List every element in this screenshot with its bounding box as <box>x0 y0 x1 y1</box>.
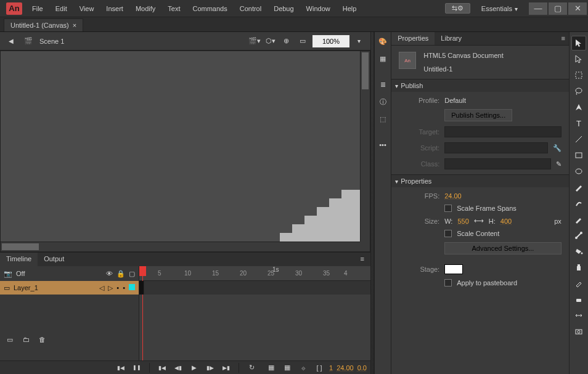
sync-button[interactable]: ⇆⚙ <box>445 3 470 14</box>
section-properties-header[interactable]: Properties <box>391 175 569 187</box>
fps-display[interactable]: 24.00 <box>337 364 354 372</box>
pause-button[interactable] <box>131 362 143 374</box>
eraser-tool[interactable] <box>571 292 586 307</box>
eyedropper-tool[interactable] <box>571 276 586 291</box>
width-input[interactable]: 550 <box>457 217 468 225</box>
stage-color-swatch[interactable] <box>444 264 463 274</box>
step-back-button[interactable] <box>172 362 184 374</box>
width-tool[interactable] <box>571 308 586 323</box>
zoom-dropdown[interactable] <box>353 35 365 47</box>
layer-color-swatch[interactable] <box>129 284 135 290</box>
new-layer-button[interactable]: ▭ <box>4 333 16 346</box>
first-frame-button[interactable] <box>156 362 168 374</box>
menu-file[interactable]: File <box>26 1 49 16</box>
lock-icon[interactable]: 🔒 <box>116 270 125 278</box>
maximize-button[interactable]: ▢ <box>549 2 567 15</box>
edit-scene-icon[interactable]: 🎬▾ <box>248 35 261 47</box>
clapper-icon[interactable]: 🎬 <box>22 35 35 47</box>
keyframe[interactable] <box>139 281 144 295</box>
ink-bottle-tool[interactable] <box>571 260 586 275</box>
back-button[interactable] <box>5 35 17 47</box>
play-button[interactable] <box>188 362 200 374</box>
align-panel-icon[interactable]: ≣ <box>376 78 390 91</box>
current-frame[interactable]: 1 <box>329 364 333 372</box>
color-panel-icon[interactable]: 🎨 <box>376 35 390 48</box>
next-icon[interactable]: ▷ <box>108 284 113 292</box>
document-tab[interactable]: Untitled-1 (Canvas) × <box>4 18 83 31</box>
tab-output[interactable]: Output <box>38 253 70 266</box>
onion-button[interactable]: ▦ <box>265 362 277 374</box>
workspace-switcher[interactable]: Essentials <box>476 4 523 14</box>
symbol-icon[interactable]: ⬡▾ <box>264 35 277 47</box>
clip-icon[interactable]: ▭ <box>296 35 309 47</box>
info-panel-icon[interactable]: ⓘ <box>376 95 390 108</box>
camera-icon[interactable]: 📷 <box>4 270 12 278</box>
text-tool[interactable]: T <box>571 116 586 131</box>
fps-input[interactable]: 24.00 <box>444 192 462 200</box>
camera-tool[interactable] <box>571 324 586 339</box>
tab-properties[interactable]: Properties <box>391 32 435 45</box>
edit-frames-button[interactable]: ⟐ <box>297 362 309 374</box>
stage-area[interactable] <box>0 51 370 252</box>
menu-modify[interactable]: Modify <box>129 1 161 16</box>
publish-settings-button[interactable]: Publish Settings... <box>444 109 512 121</box>
selection-tool[interactable] <box>571 36 586 51</box>
pen-tool[interactable] <box>571 100 586 115</box>
delete-layer-button[interactable]: 🗑 <box>36 333 48 346</box>
scrollbar-horizontal[interactable] <box>1 242 360 251</box>
paint-brush-tool[interactable] <box>571 212 586 227</box>
advanced-settings-button[interactable]: Advanced Settings... <box>444 242 561 254</box>
frames-area[interactable]: 1s 1 5 10 15 20 25 30 35 4 <box>139 266 370 360</box>
swatches-panel-icon[interactable]: ▦ <box>376 52 390 65</box>
playhead[interactable] <box>142 266 143 360</box>
bucket-tool[interactable] <box>571 244 586 259</box>
bone-tool[interactable] <box>571 228 586 243</box>
layer-name[interactable]: Layer_1 <box>14 284 38 291</box>
menu-view[interactable]: View <box>73 1 100 16</box>
panel-menu-icon[interactable]: ≡ <box>557 32 568 45</box>
line-tool[interactable] <box>571 132 586 147</box>
menu-help[interactable]: Help <box>337 1 363 16</box>
scrollbar-vertical[interactable] <box>360 51 370 242</box>
apply-pasteboard-checkbox[interactable] <box>444 279 452 287</box>
pencil-icon[interactable]: ✎ <box>556 160 561 168</box>
playhead-cap[interactable] <box>139 266 146 276</box>
section-publish-header[interactable]: Publish <box>391 79 569 92</box>
frame-ruler[interactable]: 1s 1 5 10 15 20 25 30 35 4 <box>139 266 370 281</box>
goto-start-button[interactable] <box>115 362 127 374</box>
minimize-button[interactable]: — <box>529 2 547 15</box>
close-button[interactable]: ✕ <box>568 2 587 15</box>
frame-grid[interactable] <box>139 281 370 295</box>
pencil-tool[interactable] <box>571 180 586 195</box>
menu-control[interactable]: Control <box>234 1 267 16</box>
menu-insert[interactable]: Insert <box>100 1 129 16</box>
menu-text[interactable]: Text <box>161 1 186 16</box>
marker-button[interactable]: [ ] <box>313 362 325 374</box>
scrollbar-thumb[interactable] <box>362 52 369 89</box>
scale-spans-checkbox[interactable] <box>444 205 452 212</box>
scene-label[interactable]: Scene 1 <box>39 38 64 45</box>
menu-commands[interactable]: Commands <box>186 1 233 16</box>
oval-tool[interactable] <box>571 164 586 179</box>
free-transform-tool[interactable] <box>571 68 586 83</box>
tab-timeline[interactable]: Timeline <box>0 253 38 266</box>
menu-window[interactable]: Window <box>300 1 337 16</box>
step-forward-button[interactable] <box>204 362 216 374</box>
new-folder-button[interactable]: 🗀 <box>20 333 32 346</box>
loop-button[interactable]: ↻ <box>245 362 258 374</box>
lasso-tool[interactable] <box>571 84 586 99</box>
menu-edit[interactable]: Edit <box>49 1 73 16</box>
layer-lock-dot[interactable]: • <box>123 284 125 292</box>
close-icon[interactable]: × <box>73 22 76 29</box>
panel-menu-icon[interactable]: ≡ <box>354 253 370 266</box>
last-frame-button[interactable] <box>220 362 232 374</box>
outline-icon[interactable]: ▢ <box>129 270 135 278</box>
link-icon[interactable]: ⟷ <box>474 217 484 225</box>
center-stage-icon[interactable]: ⊕ <box>280 35 293 47</box>
brush-panel-icon[interactable]: ••• <box>376 138 390 152</box>
brush-tool[interactable] <box>571 196 586 211</box>
layer-row[interactable]: ▭ Layer_1 ◁ ▷ • • <box>0 281 139 295</box>
time-display[interactable]: 0.0 <box>357 364 367 372</box>
subselection-tool[interactable] <box>571 52 586 67</box>
onion-skin-button[interactable]: ▦ <box>281 362 293 374</box>
